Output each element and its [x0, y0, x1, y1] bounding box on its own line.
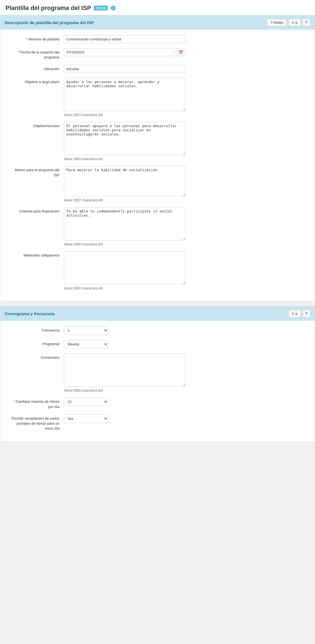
materiales-chars: About 3000 characters left: [64, 286, 186, 290]
nombre-field: [64, 35, 186, 43]
programar-field: Daily Weekly Monthly: [64, 340, 186, 348]
section-description-title: Descripción de plantilla del programa de…: [5, 20, 94, 25]
frecuencia-select[interactable]: 1 2 3 4 5: [64, 326, 108, 335]
materiales-field: About 3000 characters left: [64, 251, 186, 290]
comentario-chars: About 3000 characters left: [64, 389, 186, 392]
ubicacion-row: Ubicación: [9, 65, 306, 73]
help-button-1[interactable]: ?: [303, 19, 310, 26]
cantidad-row: *Cantidad máxima de Veces por día 1 2 5 …: [9, 397, 306, 409]
objetivo-servicio-chars: About 2883 characters left: [64, 157, 186, 161]
objetivo-largo-chars: About 2923 characters left: [64, 113, 186, 117]
frecuencia-field: 1 2 3 4 5: [64, 326, 186, 335]
criterios-textarea[interactable]: [64, 207, 186, 240]
materiales-label: Materiales obligatorios: [9, 251, 64, 258]
badge-nuevo: Nuevo: [94, 6, 108, 11]
permitir-row: Permitir recopilación de varios puntajes…: [9, 414, 306, 431]
goto-button-1[interactable]: Ir a: [288, 19, 301, 26]
cantidad-label: *Cantidad máxima de Veces por día: [9, 397, 64, 409]
objetivo-largo-label: Objetivo a largo plazo: [9, 78, 64, 84]
criterios-row: Criterios para finalización About 2939 c…: [9, 207, 306, 246]
section-schedule-body: Frecuencia 1 2 3 4 5 Programar Daily: [0, 321, 315, 442]
page-title-bar: Plantilla del programa del ISP Nuevo i: [0, 0, 315, 15]
tnotes-button[interactable]: T-Notes: [267, 19, 287, 26]
fecha-label: *Fecha de la creación del programa: [9, 48, 64, 60]
comentario-row: Comentario About 3000 characters left: [9, 353, 306, 392]
help-button-2[interactable]: ?: [303, 310, 310, 317]
permitir-field: Yes No: [64, 414, 186, 423]
section-description-actions: T-Notes Ir a ?: [267, 19, 310, 26]
objetivo-servicio-field: About 2883 characters left: [64, 122, 186, 161]
motivo-chars: About 2957 characters left: [64, 198, 186, 202]
nombre-label: *Nombre de plantilla: [9, 35, 64, 42]
motivo-row: Motivo para el programa del ISP About 29…: [9, 166, 306, 202]
comentario-field: About 3000 characters left: [64, 353, 186, 392]
motivo-textarea[interactable]: [64, 166, 186, 196]
comentario-textarea[interactable]: [64, 353, 186, 387]
criterios-label: Criterios para finalización: [9, 207, 64, 214]
motivo-label: Motivo para el programa del ISP: [9, 166, 64, 178]
frecuencia-label: Frecuencia: [9, 326, 64, 333]
materiales-row: Materiales obligatorios About 3000 chara…: [9, 251, 306, 290]
programar-row: Programar Daily Weekly Monthly: [9, 340, 306, 348]
page-title: Plantilla del programa del ISP: [6, 4, 91, 12]
criterios-chars: About 2939 characters left: [64, 242, 186, 246]
section-description-body: *Nombre de plantilla *Fecha de la creaci…: [0, 30, 315, 301]
info-icon[interactable]: i: [111, 6, 116, 11]
objetivo-largo-row: Objetivo a largo plazo About 2923 charac…: [9, 78, 306, 117]
cantidad-select[interactable]: 1 2 5 10 15: [64, 397, 108, 406]
criterios-field: About 2939 characters left: [64, 207, 186, 246]
objetivo-servicio-label: Objetivo/servicio: [9, 122, 64, 129]
objetivo-servicio-textarea[interactable]: [64, 122, 186, 155]
fecha-field: 📅: [64, 48, 186, 56]
section-description: Descripción de plantilla del programa de…: [0, 15, 315, 301]
permitir-select[interactable]: Yes No: [64, 414, 108, 423]
date-wrapper: 📅: [64, 48, 186, 56]
objetivo-largo-textarea[interactable]: [64, 78, 186, 111]
programar-select[interactable]: Daily Weekly Monthly: [64, 340, 108, 348]
section-description-header: Descripción de plantilla del programa de…: [0, 15, 315, 30]
fecha-row: *Fecha de la creación del programa 📅: [9, 48, 306, 60]
section-schedule-actions: Ir a ?: [288, 310, 310, 317]
ubicacion-input[interactable]: [64, 65, 186, 73]
nombre-row: *Nombre de plantilla: [9, 35, 306, 43]
ubicacion-label: Ubicación: [9, 65, 64, 71]
motivo-field: About 2957 characters left: [64, 166, 186, 202]
ubicacion-field: [64, 65, 186, 73]
section-schedule: Cronograma y frecuencia Ir a ? Frecuenci…: [0, 306, 315, 442]
frecuencia-row: Frecuencia 1 2 3 4 5: [9, 326, 306, 335]
programar-label: Programar: [9, 340, 64, 347]
nombre-input[interactable]: [64, 35, 186, 43]
materiales-textarea[interactable]: [64, 251, 186, 284]
objetivo-servicio-row: Objetivo/servicio About 2883 characters …: [9, 122, 306, 161]
fecha-input[interactable]: [64, 48, 174, 56]
permitir-label: Permitir recopilación de varios puntajes…: [9, 414, 64, 431]
cantidad-field: 1 2 5 10 15: [64, 397, 186, 406]
goto-button-2[interactable]: Ir a: [288, 310, 301, 317]
comentario-label: Comentario: [9, 353, 64, 360]
objetivo-largo-field: About 2923 characters left: [64, 78, 186, 117]
section-schedule-title: Cronograma y frecuencia: [5, 311, 55, 316]
calendar-button[interactable]: 📅: [176, 48, 186, 56]
section-schedule-header: Cronograma y frecuencia Ir a ?: [0, 306, 315, 321]
